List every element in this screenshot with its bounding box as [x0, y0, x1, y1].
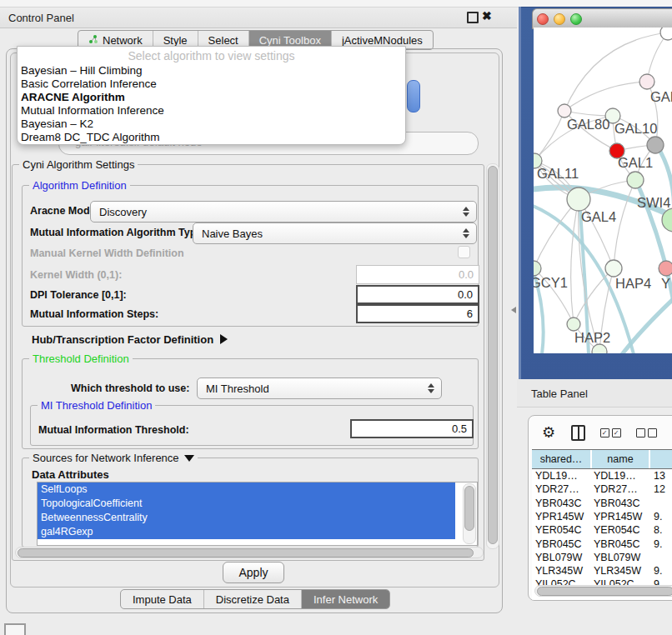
minimize-window-icon[interactable] — [554, 13, 565, 25]
network-edge — [574, 268, 614, 324]
algorithm-option[interactable]: Dream8 DC_TDC Algorithm — [18, 131, 405, 144]
mi-threshold-field[interactable]: 0.5 — [350, 419, 474, 438]
apply-button-label: Apply — [238, 566, 268, 579]
network-node-gal1[interactable] — [627, 172, 644, 188]
hub-definition-label: Hub/Transcription Factor Definition — [32, 333, 213, 346]
tab-label: Style — [163, 34, 188, 47]
attributes-scrollbar[interactable] — [463, 483, 476, 544]
bottom-tab-discretize-data[interactable]: Discretize Data — [204, 590, 302, 608]
network-node-gal[interactable] — [639, 74, 654, 89]
bottom-tabs: Impute DataDiscretize DataInfer Network — [120, 589, 390, 609]
node-label: GAL — [650, 89, 672, 104]
node-label: GAL11 — [537, 166, 579, 181]
manual-kernel-label: Manual Kernel Width Definition — [30, 248, 184, 259]
algorithm-option[interactable]: Mutual Information Inference — [18, 104, 405, 118]
table-cell: 13 — [654, 470, 665, 482]
float-panel-icon[interactable] — [467, 12, 479, 23]
node-table: shared…name YDL19…YDL19…13YDR27…YDR27…12… — [532, 449, 672, 601]
network-window-titlebar[interactable] — [532, 8, 672, 29]
network-node[interactable] — [592, 344, 607, 353]
table-cell: YBR045C — [594, 538, 640, 550]
table-row[interactable]: YBR043CYBR043C — [532, 497, 672, 511]
network-edge — [534, 111, 564, 161]
attribute-item[interactable]: BetweennessCentrality — [38, 511, 455, 525]
dpi-tolerance-value: 0.0 — [458, 288, 473, 301]
network-frame-highlight — [519, 7, 521, 379]
kernel-width-field[interactable]: 0.0 — [356, 265, 479, 284]
network-node[interactable] — [660, 28, 672, 40]
table-cell: YDL19… — [535, 470, 578, 482]
node-label: Y — [661, 276, 670, 291]
apply-button[interactable]: Apply — [223, 562, 284, 583]
focused-control-fragment — [407, 80, 420, 112]
stepper-arrows-icon — [424, 383, 438, 393]
deselect-all-columns-icon[interactable] — [636, 428, 657, 438]
gear-icon[interactable]: ⚙ — [542, 423, 555, 442]
table-row[interactable]: YLR345WYLR345W9. — [532, 564, 672, 578]
columns-icon[interactable] — [571, 425, 584, 441]
data-attributes-label: Data Attributes — [32, 468, 109, 481]
column-header-name[interactable]: name — [592, 450, 649, 468]
attribute-item[interactable]: SelfLoops — [38, 482, 455, 497]
node-label: GAL4 — [581, 209, 616, 224]
network-node-hap4[interactable] — [605, 260, 622, 277]
network-node-gcy1[interactable] — [534, 261, 541, 276]
attribute-item[interactable]: TopologicalCoefficient — [38, 497, 455, 511]
column-header-cut[interactable] — [650, 450, 672, 468]
mi-type-select[interactable]: Naive Bayes — [193, 222, 477, 244]
network-node-y[interactable] — [659, 261, 672, 276]
network-canvas[interactable]: GALGAL80GAL10GAL1GAL11GAL4GCY1HAP4YHAP2S… — [534, 28, 672, 353]
close-panel-icon[interactable]: ✖ — [482, 9, 492, 22]
table-row[interactable]: YBL079WYBL079W — [532, 551, 672, 565]
table-row[interactable]: YER054CYER054C8. — [532, 523, 672, 538]
kernel-width-value: 0.0 — [459, 268, 474, 281]
mi-type-value: Naive Bayes — [193, 228, 459, 240]
zoom-window-icon[interactable] — [570, 13, 582, 25]
hub-definition-toggle[interactable]: Hub/Transcription Factor Definition — [32, 333, 228, 346]
table-cell: YER054C — [594, 524, 640, 536]
node-label: GAL1 — [618, 155, 653, 170]
dpi-tolerance-field[interactable]: 0.0 — [356, 285, 479, 304]
table-row[interactable]: YPR145WYPR145W9. — [532, 510, 672, 524]
sources-title: Sources for Network Inference — [29, 452, 198, 464]
select-all-columns-icon[interactable]: ✓✓ — [600, 428, 621, 438]
network-node-gal4[interactable] — [567, 188, 590, 211]
table-row[interactable]: YBR045CYBR045C9. — [532, 538, 672, 552]
attribute-item[interactable]: gal4RGexp — [38, 525, 455, 539]
table-row[interactable]: YDL19…YDL19…13 — [532, 469, 672, 483]
settings-hscrollbar[interactable] — [15, 547, 484, 558]
table-cell: 9. — [654, 511, 662, 522]
mi-threshold-title: MI Threshold Definition — [38, 399, 155, 412]
algorithm-option[interactable]: Bayesian – K2 — [18, 118, 405, 131]
minimized-panel-icon[interactable] — [4, 623, 26, 635]
data-attributes-list[interactable]: SelfLoopsTopologicalCoefficientBetweenne… — [37, 482, 478, 546]
collapse-down-icon — [184, 455, 194, 462]
bottom-tab-infer-network[interactable]: Infer Network — [302, 590, 389, 608]
algorithm-option[interactable]: ARACNE Algorithm — [18, 91, 405, 104]
table-row[interactable]: YDR27…YDR27…12 — [532, 482, 672, 497]
manual-kernel-checkbox[interactable] — [458, 246, 470, 258]
mi-steps-value: 6 — [467, 308, 473, 320]
column-header-shared…[interactable]: shared… — [532, 450, 590, 468]
node-label: HAP2 — [574, 330, 610, 345]
splitter-collapse-icon[interactable] — [511, 307, 516, 313]
aracne-mode-select[interactable]: Discovery — [90, 201, 477, 222]
table-panel-title: Table Panel — [531, 388, 588, 400]
table-header-row: shared…name — [532, 450, 672, 469]
algorithm-option[interactable]: Basic Correlation Inference — [18, 78, 405, 91]
settings-vscrollbar[interactable] — [486, 163, 499, 549]
tab-label: jActiveMNodules — [342, 34, 423, 47]
node-label: GCY1 — [534, 275, 568, 290]
algorithm-option[interactable]: Bayesian – Hill Climbing — [18, 64, 405, 78]
network-node-gal80[interactable] — [558, 104, 571, 118]
table-cell: YBL079W — [535, 552, 582, 563]
network-node-hap2[interactable] — [567, 318, 580, 331]
table-cell: YBR043C — [535, 498, 582, 509]
close-window-icon[interactable] — [537, 13, 549, 25]
node-label: GAL80 — [567, 117, 609, 132]
table-hscrollbar[interactable] — [534, 585, 672, 597]
mi-steps-field[interactable]: 6 — [356, 304, 479, 323]
bottom-tab-impute-data[interactable]: Impute Data — [121, 590, 204, 608]
network-node[interactable] — [647, 137, 664, 153]
which-threshold-select[interactable]: MI Threshold — [197, 378, 442, 399]
